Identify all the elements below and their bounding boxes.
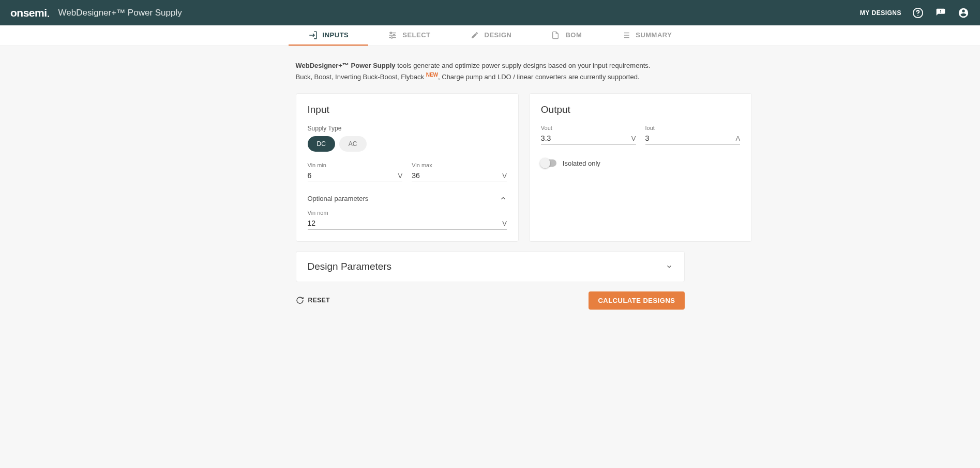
vout-unit: V (631, 135, 636, 142)
document-icon (551, 31, 560, 40)
my-designs-link[interactable]: MY DESIGNS (860, 9, 901, 17)
account-icon[interactable] (957, 7, 970, 19)
tab-design[interactable]: DESIGN (450, 25, 532, 46)
input-card: Input Supply Type DC AC Vin min V Vin ma… (296, 93, 519, 242)
input-icon (308, 31, 318, 40)
app-title: WebDesigner+™ Power Supply (58, 8, 182, 18)
intro-text: WebDesigner+™ Power Supply tools generat… (296, 61, 685, 83)
new-badge: NEW (426, 72, 438, 78)
app-header: onsemi WebDesigner+™ Power Supply MY DES… (0, 0, 980, 25)
supply-type-label: Supply Type (308, 125, 507, 132)
svg-point-2 (390, 32, 392, 34)
iout-unit: A (736, 135, 741, 142)
reset-button[interactable]: RESET (296, 296, 330, 304)
chevron-down-icon (666, 263, 673, 270)
tab-bom[interactable]: BOM (531, 25, 601, 46)
vin-max-unit: V (502, 172, 507, 180)
tab-summary[interactable]: SUMMARY (601, 25, 691, 46)
output-card-title: Output (541, 104, 740, 115)
vout-input[interactable] (541, 132, 631, 142)
vin-nom-label: Vin nom (308, 210, 507, 216)
vin-max-label: Vin max (412, 162, 507, 168)
vin-nom-input[interactable] (308, 217, 503, 227)
output-card: Output Vout V Iout A (529, 93, 752, 242)
feedback-icon[interactable] (934, 7, 947, 19)
supply-type-ac[interactable]: AC (339, 136, 367, 152)
step-tabs: INPUTS SELECT DESIGN BOM SUMMARY (0, 25, 980, 46)
list-icon (621, 31, 630, 40)
page-content: WebDesigner+™ Power Supply tools generat… (296, 46, 685, 330)
supply-type-dc[interactable]: DC (308, 136, 335, 152)
tab-inputs[interactable]: INPUTS (289, 25, 369, 46)
iout-input[interactable] (645, 132, 736, 142)
svg-point-3 (394, 34, 395, 36)
isolated-only-label: Isolated only (563, 159, 600, 167)
brand-logo: onsemi (10, 7, 49, 19)
input-card-title: Input (308, 104, 507, 115)
vout-label: Vout (541, 125, 636, 131)
vin-nom-unit: V (502, 220, 507, 227)
svg-point-1 (917, 14, 918, 16)
vin-min-unit: V (398, 172, 403, 180)
pencil-icon (470, 31, 479, 40)
optional-parameters-toggle[interactable]: Optional parameters (308, 195, 507, 202)
help-icon[interactable] (912, 7, 924, 19)
tab-select[interactable]: SELECT (368, 25, 450, 46)
tune-icon (388, 31, 397, 40)
calculate-designs-button[interactable]: CALCULATE DESIGNS (589, 291, 684, 310)
vin-max-input[interactable] (412, 169, 502, 180)
chevron-up-icon (500, 195, 507, 202)
isolated-only-toggle[interactable] (541, 159, 556, 167)
iout-label: Iout (645, 125, 741, 131)
svg-point-4 (391, 37, 393, 38)
design-parameters-card[interactable]: Design Parameters (296, 251, 685, 282)
vin-min-input[interactable] (308, 169, 398, 180)
refresh-icon (296, 296, 304, 304)
design-parameters-title: Design Parameters (308, 261, 392, 272)
vin-min-label: Vin min (308, 162, 403, 168)
